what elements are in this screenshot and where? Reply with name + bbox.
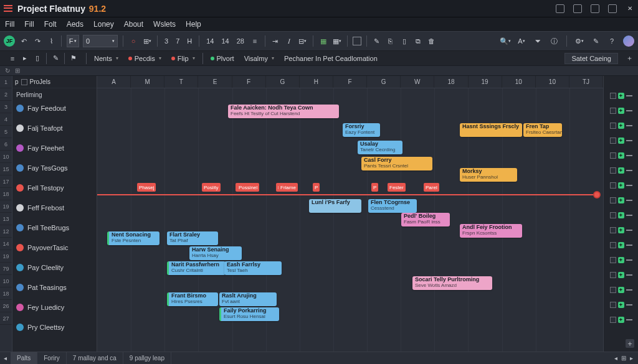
row-number[interactable]: 5	[0, 126, 12, 138]
timeline-bar[interactable]: Hasnt Sssings Frscly	[460, 123, 522, 137]
rail-add[interactable]: +	[618, 152, 624, 159]
row-number[interactable]: 26	[0, 300, 12, 312]
rail-checkbox[interactable]	[610, 212, 616, 218]
column-header[interactable]: 18	[434, 76, 468, 88]
rail-checkbox[interactable]	[610, 227, 616, 233]
row-number[interactable]: 15	[0, 163, 12, 175]
sidebar-item[interactable]: Falj Teafopt	[12, 121, 97, 136]
timeline-bar[interactable]: ForsriyEazy Fontent	[343, 123, 380, 137]
menu-item[interactable]: Loney	[93, 20, 114, 29]
doc-icon[interactable]: ▯	[399, 36, 409, 46]
num-btn[interactable]: 14	[219, 37, 231, 45]
nav-prev[interactable]: ◂	[614, 355, 617, 362]
timeline-bar[interactable]: Fale Aaicken: Nodh Teya CownFeefs Ht Tes…	[228, 105, 339, 118]
column-header[interactable]: H	[300, 76, 333, 88]
num-btn[interactable]: 28	[235, 37, 246, 45]
rail-checkbox[interactable]	[610, 242, 616, 248]
timeline-marker[interactable]: Friame	[279, 183, 298, 192]
rail-checkbox[interactable]	[610, 167, 616, 174]
profile-avatar[interactable]	[623, 35, 634, 47]
undo-icon[interactable]: ↶	[19, 36, 29, 46]
ribbon-label[interactable]: Visalmy▾	[240, 55, 278, 62]
sidebar-item[interactable]: Fell TeeBrugs	[12, 220, 97, 235]
rail-handle[interactable]	[626, 140, 632, 141]
page-icon[interactable]: ▯	[32, 54, 42, 63]
format-icon[interactable]: 𝐼	[284, 36, 294, 46]
ribbon-dropdown[interactable]: Flip▾	[168, 55, 199, 62]
win-btn-1[interactable]	[556, 4, 564, 13]
rail-add[interactable]: +	[618, 167, 624, 174]
flag-icon[interactable]: ⚑	[69, 54, 79, 63]
column-header[interactable]: M	[131, 76, 164, 88]
rail-add[interactable]: +	[618, 93, 624, 99]
sheet-tab[interactable]: Foriry	[37, 352, 67, 364]
timeline-bar[interactable]: Flen TCogrnseCessstend	[368, 199, 417, 213]
column-header[interactable]: W	[401, 76, 434, 88]
timeline-marker[interactable]: P	[313, 183, 320, 192]
menu-item[interactable]: Folt	[44, 20, 57, 29]
rail-checkbox[interactable]	[610, 182, 616, 189]
column-header[interactable]: F	[232, 76, 266, 88]
num-btn[interactable]: H	[185, 37, 194, 45]
timeline-bar[interactable]: UsalayTanetr Cecrding	[358, 141, 402, 154]
timeline-bar[interactable]: Fren TapFrslteo Caesrtany	[523, 123, 562, 137]
sidebar-item[interactable]: Pat Teasings	[12, 280, 97, 295]
row-number[interactable]: 13	[0, 213, 12, 225]
sidebar-header[interactable]: pProJels	[12, 76, 97, 88]
row-number[interactable]: 19	[0, 200, 12, 213]
layout-icon[interactable]: ⊟▾	[298, 36, 308, 46]
rail-add[interactable]: +	[618, 272, 624, 278]
timeline-marker[interactable]: Phasej	[137, 183, 156, 192]
grid-icon[interactable]: ⊞▾	[142, 36, 152, 46]
rail-checkbox[interactable]	[610, 197, 616, 203]
rail-handle[interactable]	[626, 304, 632, 306]
rail-handle[interactable]	[626, 110, 632, 111]
sidebar-item[interactable]: Pay Cleelity	[12, 260, 97, 275]
timeline-bar[interactable]: Flart SraleyTat Phaf	[167, 231, 218, 245]
rail-handle[interactable]	[626, 185, 632, 186]
column-header[interactable]: F	[333, 76, 367, 88]
rail-checkbox[interactable]	[610, 93, 616, 99]
layers-icon[interactable]: ⧉	[413, 36, 423, 46]
timeline-bar[interactable]: Raslt ArujingFvt aant	[219, 292, 277, 306]
sidebar-item[interactable]: Fay TesGogs	[12, 161, 97, 175]
trash-icon[interactable]: 🗑	[427, 36, 437, 46]
rail-checkbox[interactable]	[610, 317, 616, 323]
timeline-bar[interactable]: Eash FarrlsyTesl Taeh	[224, 261, 282, 275]
menu-item[interactable]: Help	[186, 20, 201, 29]
timeline-bar[interactable]: Harw SenaingHarrta Hsay	[189, 246, 242, 260]
rail-handle[interactable]	[626, 170, 632, 171]
win-close[interactable]: ✕	[626, 4, 634, 13]
list-icon[interactable]: ≡	[7, 54, 17, 63]
rail-checkbox[interactable]	[610, 123, 616, 129]
sidebar-category[interactable]: Perliming	[12, 88, 97, 101]
rail-add[interactable]: +	[618, 123, 624, 129]
rail-checkbox[interactable]	[610, 287, 616, 293]
row-number[interactable]: 19	[0, 250, 12, 263]
rail-handle[interactable]	[626, 274, 632, 276]
num-btn[interactable]: 3	[163, 37, 170, 45]
row-number[interactable]: 18	[0, 287, 12, 300]
sidebar-item[interactable]: Fay Fteehet	[12, 141, 97, 156]
cell-icon[interactable]: ▦	[318, 36, 328, 46]
timeline-marker[interactable]: Posiity	[202, 183, 221, 192]
menu-item[interactable]: Aeds	[67, 20, 83, 29]
num-btn[interactable]: 7	[174, 37, 181, 45]
rail-checkbox[interactable]	[610, 108, 616, 114]
prev-sheet[interactable]: ◂	[0, 355, 11, 362]
rail-handle[interactable]	[626, 215, 632, 216]
menu-item[interactable]: Fill	[24, 20, 34, 29]
rail-handle[interactable]	[626, 245, 632, 246]
sidebar-item[interactable]: PayoverTasic	[12, 240, 97, 255]
timeline-marker[interactable]: Parel	[424, 183, 439, 192]
timeline-bar[interactable]: Andl Feiy FrootionFrspn Kcsontss	[460, 224, 522, 238]
refresh-icon[interactable]: ↻	[5, 67, 10, 74]
row-number[interactable]: 12	[0, 225, 12, 238]
column-header[interactable]: G	[266, 76, 300, 88]
timeline-marker[interactable]: Fester	[388, 183, 406, 192]
add-row-button[interactable]: ＋	[626, 339, 634, 348]
win-btn-2[interactable]	[573, 4, 582, 13]
rail-add[interactable]: +	[618, 138, 624, 144]
rail-add[interactable]: +	[618, 197, 624, 203]
rail-handle[interactable]	[626, 230, 632, 231]
